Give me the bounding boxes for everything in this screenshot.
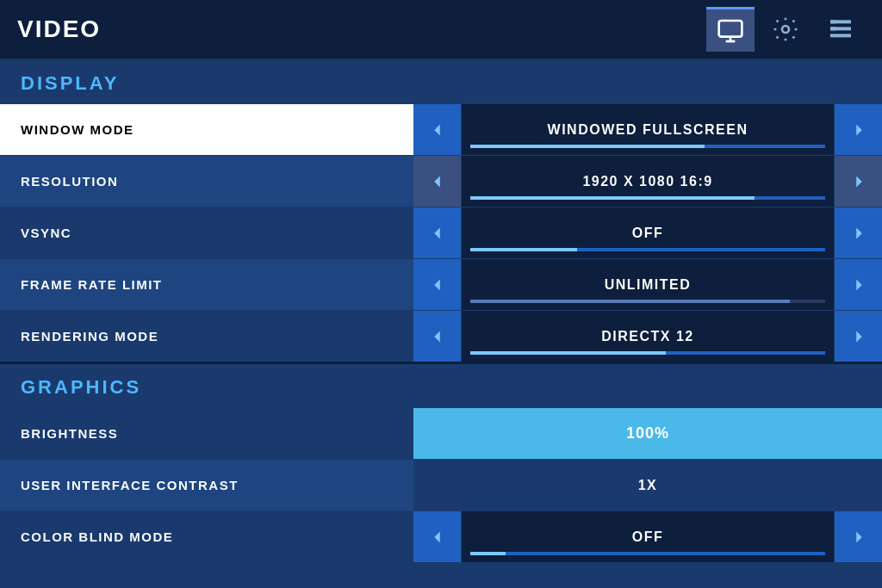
svg-rect-6 xyxy=(830,34,851,37)
rendering-mode-left-button[interactable] xyxy=(413,311,462,362)
vsync-control: OFF xyxy=(413,207,882,258)
header: VIDEO xyxy=(0,0,882,60)
ui-contrast-row: USER INTERFACE CONTRAST 1x xyxy=(0,459,882,511)
vsync-label: VSYNC xyxy=(0,207,413,258)
monitor-tab-button[interactable] xyxy=(706,7,755,52)
brightness-value: 100% xyxy=(413,424,882,443)
resolution-value-container: 1920 X 1080 16:9 xyxy=(462,156,834,207)
frame-rate-right-button[interactable] xyxy=(834,259,882,310)
settings-tab-button[interactable] xyxy=(761,7,810,52)
left-arrow-icon xyxy=(428,327,447,346)
window-mode-label: WINDOW MODE xyxy=(0,104,413,155)
window-mode-left-button[interactable] xyxy=(413,104,462,155)
brightness-control: 100% xyxy=(413,408,882,459)
svg-rect-8 xyxy=(830,27,836,30)
window-mode-value-container: WINDOWED FULLSCREEN xyxy=(462,104,834,155)
header-icon-group xyxy=(706,7,865,52)
svg-marker-10 xyxy=(856,124,861,135)
brightness-slider[interactable]: 100% xyxy=(413,408,882,459)
resolution-indicator-fill xyxy=(470,196,755,200)
frame-rate-limit-row: FRAME RATE LIMIT UNLIMITED xyxy=(0,258,882,310)
vsync-indicator-fill xyxy=(470,248,577,251)
svg-marker-12 xyxy=(856,176,861,187)
resolution-indicator xyxy=(470,196,825,200)
resolution-label: RESOLUTION xyxy=(0,156,413,207)
list-icon xyxy=(827,15,854,43)
resolution-left-button[interactable] xyxy=(413,156,462,207)
rendering-mode-right-button[interactable] xyxy=(834,311,882,362)
display-section-header: DISPLAY xyxy=(0,60,882,103)
svg-marker-11 xyxy=(434,176,439,187)
vsync-row: VSYNC OFF xyxy=(0,207,882,258)
monitor-icon xyxy=(717,17,744,45)
color-blind-indicator-fill xyxy=(470,552,506,555)
frame-rate-value-container: UNLIMITED xyxy=(462,259,834,310)
color-blind-mode-row: COLOR BLIND MODE OFF xyxy=(0,511,882,562)
window-mode-indicator-fill xyxy=(470,145,705,148)
ui-contrast-value: 1x xyxy=(638,478,658,493)
right-arrow-icon xyxy=(849,327,868,346)
right-arrow-icon xyxy=(849,275,868,294)
rendering-mode-control: DIRECTX 12 xyxy=(413,311,882,362)
rendering-mode-value-container: DIRECTX 12 xyxy=(462,311,834,362)
rendering-mode-indicator xyxy=(470,351,825,355)
vsync-indicator xyxy=(470,248,825,251)
page-title: VIDEO xyxy=(17,15,706,43)
color-blind-indicator xyxy=(470,552,825,555)
vsync-left-button[interactable] xyxy=(413,207,462,258)
svg-point-3 xyxy=(782,26,789,33)
right-arrow-icon xyxy=(849,172,868,191)
ui-contrast-control: 1x xyxy=(413,460,882,511)
svg-rect-7 xyxy=(830,20,836,23)
resolution-row: RESOLUTION 1920 X 1080 16:9 xyxy=(0,155,882,207)
svg-marker-15 xyxy=(434,279,439,290)
svg-marker-16 xyxy=(856,279,861,290)
graphics-section-title: GRAPHICS xyxy=(21,376,141,398)
brightness-row: BRIGHTNESS 100% xyxy=(0,407,882,459)
display-section-title: DISPLAY xyxy=(21,72,119,94)
svg-marker-18 xyxy=(856,331,861,342)
left-arrow-icon xyxy=(428,121,447,139)
left-arrow-icon xyxy=(428,275,447,294)
brightness-label: BRIGHTNESS xyxy=(0,408,413,459)
frame-rate-limit-label: FRAME RATE LIMIT xyxy=(0,259,413,310)
right-arrow-icon xyxy=(849,121,868,139)
rendering-mode-indicator-fill xyxy=(470,351,666,355)
svg-marker-19 xyxy=(434,531,439,542)
window-mode-value: WINDOWED FULLSCREEN xyxy=(548,122,748,138)
left-arrow-icon xyxy=(428,172,447,191)
color-blind-left-button[interactable] xyxy=(413,511,462,562)
right-arrow-icon xyxy=(849,528,868,547)
gear-icon xyxy=(772,15,799,43)
rendering-mode-value: DIRECTX 12 xyxy=(601,329,693,344)
vsync-right-button[interactable] xyxy=(834,207,882,258)
rendering-mode-row: RENDERING MODE DIRECTX 12 xyxy=(0,310,882,362)
graphics-section-header: GRAPHICS xyxy=(0,362,882,407)
color-blind-mode-label: COLOR BLIND MODE xyxy=(0,511,413,562)
frame-rate-value: UNLIMITED xyxy=(605,277,692,293)
window-mode-control: WINDOWED FULLSCREEN xyxy=(413,104,882,155)
list-tab-button[interactable] xyxy=(817,7,865,52)
resolution-value: 1920 X 1080 16:9 xyxy=(582,174,712,189)
vsync-value-container: OFF xyxy=(462,207,834,258)
frame-rate-limit-control: UNLIMITED xyxy=(413,259,882,310)
svg-marker-20 xyxy=(856,531,861,542)
ui-contrast-label: USER INTERFACE CONTRAST xyxy=(0,460,413,511)
color-blind-value-container: OFF xyxy=(462,511,834,562)
rendering-mode-label: RENDERING MODE xyxy=(0,311,413,362)
color-blind-mode-control: OFF xyxy=(413,511,882,562)
svg-rect-0 xyxy=(719,21,742,37)
frame-rate-indicator-fill xyxy=(470,300,790,303)
ui-contrast-value-container: 1x xyxy=(413,460,882,511)
main-content: DISPLAY WINDOW MODE WINDOWED FULLSCREEN … xyxy=(0,60,882,588)
right-arrow-icon xyxy=(849,224,868,243)
color-blind-right-button[interactable] xyxy=(834,511,882,562)
vsync-value: OFF xyxy=(632,226,664,241)
window-mode-indicator xyxy=(470,145,825,148)
svg-marker-17 xyxy=(434,331,439,342)
resolution-right-button[interactable] xyxy=(834,156,882,207)
frame-rate-left-button[interactable] xyxy=(413,259,462,310)
left-arrow-icon xyxy=(428,224,447,243)
window-mode-right-button[interactable] xyxy=(834,104,882,155)
window-mode-row: WINDOW MODE WINDOWED FULLSCREEN xyxy=(0,103,882,155)
